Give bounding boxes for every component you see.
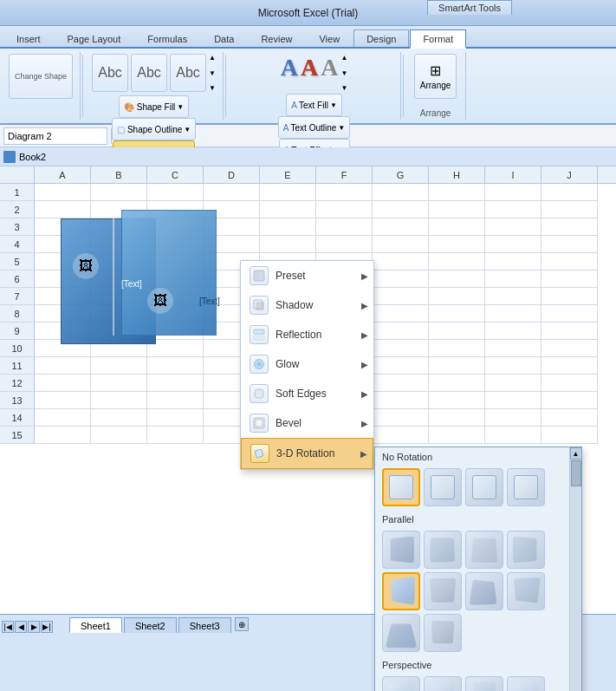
cell-19[interactable] bbox=[541, 201, 598, 218]
cell-117[interactable] bbox=[429, 375, 485, 392]
cell-78[interactable] bbox=[485, 305, 541, 323]
cell-146[interactable] bbox=[373, 427, 429, 444]
cell-98[interactable] bbox=[485, 340, 541, 357]
name-box[interactable]: Diagram 2 bbox=[3, 127, 107, 145]
cell-128[interactable] bbox=[485, 392, 541, 409]
text-fill-button[interactable]: A Text Fill ▼ bbox=[286, 94, 342, 116]
menu-bevel[interactable]: Bevel ▶ bbox=[241, 408, 373, 438]
tab-format[interactable]: Format bbox=[410, 29, 466, 49]
cell-136[interactable] bbox=[373, 409, 429, 427]
perspective-thumb-1[interactable] bbox=[424, 676, 462, 691]
style-expand[interactable]: ▼ bbox=[209, 84, 216, 92]
menu-3d-rotation[interactable]: 3-D Rotation ▶ bbox=[241, 438, 373, 469]
scroll-thumb[interactable] bbox=[571, 460, 581, 486]
cell-149[interactable] bbox=[541, 427, 598, 444]
text-outline-arrow[interactable]: ▼ bbox=[338, 124, 345, 132]
cell-3[interactable] bbox=[204, 184, 260, 201]
cell-16[interactable] bbox=[373, 201, 429, 218]
style-scroll-down[interactable]: ▼ bbox=[209, 69, 216, 77]
wordart-scroll-down[interactable]: ▼ bbox=[340, 69, 347, 77]
cell-86[interactable] bbox=[373, 323, 429, 340]
tab-page-layout[interactable]: Page Layout bbox=[55, 29, 134, 47]
cell-48[interactable] bbox=[485, 253, 541, 271]
parallel-thumb-4[interactable] bbox=[382, 572, 420, 610]
cell-57[interactable] bbox=[429, 271, 485, 288]
cell-66[interactable] bbox=[373, 288, 429, 305]
cell-5[interactable] bbox=[316, 184, 373, 201]
tab-formulas[interactable]: Formulas bbox=[134, 29, 200, 47]
cell-1[interactable] bbox=[91, 184, 147, 201]
cell-25[interactable] bbox=[316, 218, 373, 236]
wordart-a1[interactable]: A bbox=[281, 54, 298, 92]
cell-46[interactable] bbox=[373, 253, 429, 271]
cell-27[interactable] bbox=[429, 218, 485, 236]
cell-97[interactable] bbox=[429, 340, 485, 357]
text-outline-button[interactable]: A Text Outline ▼ bbox=[278, 116, 350, 139]
cell-130[interactable] bbox=[35, 409, 91, 427]
cell-4[interactable] bbox=[260, 184, 316, 201]
cell-139[interactable] bbox=[541, 409, 598, 427]
cell-49[interactable] bbox=[541, 253, 598, 271]
shape-fill-button[interactable]: 🎨 Shape Fill ▼ bbox=[119, 95, 189, 118]
menu-glow[interactable]: Glow ▶ bbox=[241, 349, 373, 379]
cell-137[interactable] bbox=[429, 409, 485, 427]
perspective-thumb-0[interactable] bbox=[382, 676, 420, 691]
cell-126[interactable] bbox=[373, 392, 429, 409]
cell-37[interactable] bbox=[429, 236, 485, 253]
tab-sheet2[interactable]: Sheet2 bbox=[124, 617, 177, 633]
tab-sheet1[interactable]: Sheet1 bbox=[69, 617, 122, 633]
parallel-thumb-1[interactable] bbox=[424, 531, 462, 569]
cell-67[interactable] bbox=[429, 288, 485, 305]
cell-8[interactable] bbox=[485, 184, 541, 201]
wordart-a2[interactable]: A bbox=[301, 54, 318, 92]
style-scroll-up[interactable]: ▲ bbox=[209, 54, 216, 62]
cell-99[interactable] bbox=[541, 340, 598, 357]
parallel-thumb-8[interactable] bbox=[382, 614, 420, 652]
cell-7[interactable] bbox=[429, 184, 485, 201]
sheet-nav-first[interactable]: |◀ bbox=[2, 621, 14, 633]
cell-119[interactable] bbox=[541, 375, 598, 392]
parallel-thumb-2[interactable] bbox=[465, 531, 503, 569]
rotation-thumb-0-2[interactable] bbox=[465, 468, 503, 506]
tab-data[interactable]: Data bbox=[201, 29, 247, 47]
menu-soft-edges[interactable]: Soft Edges ▶ bbox=[241, 379, 373, 408]
cell-39[interactable] bbox=[541, 236, 598, 253]
cell-76[interactable] bbox=[373, 305, 429, 323]
cell-18[interactable] bbox=[485, 201, 541, 218]
cell-148[interactable] bbox=[485, 427, 541, 444]
cell-2[interactable] bbox=[147, 184, 204, 201]
perspective-thumb-3[interactable] bbox=[507, 676, 545, 691]
cell-116[interactable] bbox=[373, 375, 429, 392]
sheet-nav-next[interactable]: ▶ bbox=[28, 621, 40, 633]
scroll-up-button[interactable]: ▲ bbox=[570, 447, 582, 460]
cell-9[interactable] bbox=[541, 184, 598, 201]
tab-review[interactable]: Review bbox=[248, 29, 305, 47]
cell-87[interactable] bbox=[429, 323, 485, 340]
cell-56[interactable] bbox=[373, 271, 429, 288]
cell-109[interactable] bbox=[541, 357, 598, 375]
parallel-thumb-0[interactable] bbox=[382, 531, 420, 569]
tab-design[interactable]: Design bbox=[353, 29, 409, 47]
menu-shadow[interactable]: Shadow ▶ bbox=[241, 290, 373, 320]
change-shape-button[interactable]: Change Shape bbox=[9, 54, 73, 99]
tab-view[interactable]: View bbox=[306, 29, 353, 47]
cell-47[interactable] bbox=[429, 253, 485, 271]
text-fill-arrow[interactable]: ▼ bbox=[330, 101, 337, 109]
rotation-thumb-0-3[interactable] bbox=[507, 468, 545, 506]
cell-132[interactable] bbox=[147, 409, 204, 427]
parallel-thumb-9[interactable] bbox=[424, 614, 462, 652]
fill-arrow[interactable]: ▼ bbox=[177, 103, 184, 111]
cell-147[interactable] bbox=[429, 427, 485, 444]
tab-sheet3[interactable]: Sheet3 bbox=[178, 617, 231, 633]
parallel-thumb-3[interactable] bbox=[507, 531, 545, 569]
cell-58[interactable] bbox=[485, 271, 541, 288]
cell-29[interactable] bbox=[541, 218, 598, 236]
cell-129[interactable] bbox=[541, 392, 598, 409]
cell-36[interactable] bbox=[373, 236, 429, 253]
cell-17[interactable] bbox=[429, 201, 485, 218]
shape-style-btn-3[interactable]: Abc bbox=[170, 54, 206, 92]
cell-35[interactable] bbox=[316, 236, 373, 253]
outline-arrow[interactable]: ▼ bbox=[184, 126, 191, 134]
cell-59[interactable] bbox=[541, 271, 598, 288]
sheet-nav-last[interactable]: ▶| bbox=[41, 621, 53, 633]
